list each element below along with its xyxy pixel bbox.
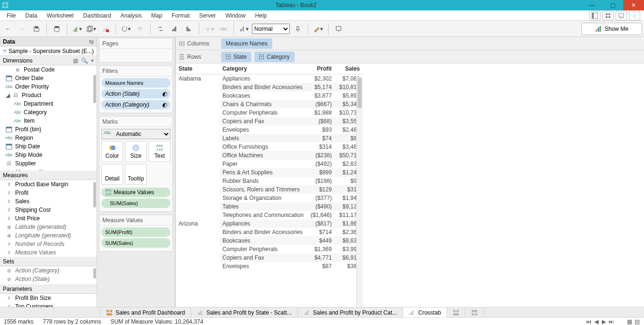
toggle-cards-icon[interactable] xyxy=(602,11,614,20)
table-row[interactable]: Scissors, Rulers and Trimmers$129$318 xyxy=(176,185,363,194)
new-sheet-icon[interactable]: ▾ xyxy=(71,23,83,35)
menu-help[interactable]: Help xyxy=(255,12,267,19)
dimension-item[interactable]: AbcItem xyxy=(0,117,97,125)
sort-desc-icon[interactable] xyxy=(183,23,195,35)
table-row[interactable]: Telephones and Communication($1,646)$11,… xyxy=(176,211,363,219)
nav-prev-icon[interactable]: ◀ xyxy=(593,318,599,325)
table-row[interactable]: Rubber Bands($198)$96 xyxy=(176,177,363,185)
dimension-item[interactable]: 品Supplier xyxy=(0,159,97,168)
table-row[interactable]: Envelopes$93$2,486 xyxy=(176,126,363,134)
menu-analysis[interactable]: Analysis xyxy=(121,12,142,19)
labels-icon[interactable]: Abc xyxy=(217,23,230,35)
menu-worksheet[interactable]: Worksheet xyxy=(47,12,74,19)
set-item[interactable]: ⊘Action (Category) xyxy=(0,266,97,275)
measure-item[interactable]: #Sales xyxy=(0,197,97,206)
mark-text-button[interactable]: Abc123Text xyxy=(149,141,170,162)
datasource-icon[interactable] xyxy=(51,23,63,35)
nav-last-icon[interactable]: ⏭ xyxy=(608,318,615,325)
table-row[interactable]: Binders and Binder Accessories$714$2,362 xyxy=(176,228,363,236)
col-header[interactable]: Profit xyxy=(306,63,335,74)
columns-pill[interactable]: Measure Names xyxy=(221,38,272,49)
menu-server[interactable]: Server xyxy=(199,12,216,19)
maximize-button[interactable]: ▢ xyxy=(602,0,623,10)
table-row[interactable]: Computer Peripherals$1,988$10,732 xyxy=(176,108,363,117)
filter-pill[interactable]: Action (State)◐ xyxy=(101,89,170,99)
sheet-tab[interactable]: Sales and Profit by State - Scatt... xyxy=(191,307,298,317)
measure-item[interactable]: #Measure Values xyxy=(0,248,97,257)
mv-pill[interactable]: SUM(Sales) xyxy=(101,238,170,248)
measure-item[interactable]: #Unit Price xyxy=(0,214,97,223)
measure-item[interactable]: #Number of Records xyxy=(0,240,97,248)
rows-pill[interactable]: +Category xyxy=(254,52,295,62)
menu-format[interactable]: Format xyxy=(172,12,190,19)
duplicate-sheet-icon[interactable]: ▾ xyxy=(85,23,98,35)
table-row[interactable]: Office Furnishings$314$3,461 xyxy=(176,143,363,151)
menu-data[interactable]: Data xyxy=(25,12,37,19)
mark-size-button[interactable]: Size xyxy=(125,141,147,162)
table-row[interactable]: Office Machines($238)$50,714 xyxy=(176,151,363,160)
clear-sheet-icon[interactable] xyxy=(99,23,112,35)
vertical-scrollbar[interactable] xyxy=(356,77,363,307)
presentation-icon[interactable] xyxy=(332,23,345,35)
dimension-item[interactable]: AbcDepartment xyxy=(0,99,97,108)
run-icon[interactable]: ⟳ xyxy=(134,23,146,35)
mark-detail-button[interactable]: Detail xyxy=(101,164,123,185)
dimension-item[interactable]: AbcShip Mode xyxy=(0,151,97,159)
marks-pill[interactable]: SUM(Sales) xyxy=(101,199,170,208)
dimension-item[interactable]: AbcMeasure Names xyxy=(0,168,97,171)
dimension-item[interactable]: AbcCategory xyxy=(0,108,97,117)
dimension-item[interactable]: ◢品Product xyxy=(0,91,97,99)
sheet-tab[interactable]: Crosstab xyxy=(403,307,447,317)
rows-shelf[interactable]: Rows +State +Category xyxy=(176,50,644,63)
pages-shelf[interactable]: Pages xyxy=(99,38,173,63)
set-item[interactable]: ⊘Action (State) xyxy=(0,275,97,283)
rows-pill[interactable]: +State xyxy=(221,52,251,62)
table-row[interactable]: Paper($492)$2,632 xyxy=(176,160,363,168)
col-header[interactable]: Sales xyxy=(335,63,363,74)
filter-pill[interactable]: Measure Names xyxy=(101,78,170,88)
dimension-item[interactable]: AbcOrder Priority xyxy=(0,82,97,91)
dimension-item[interactable]: ⊕Postal Code xyxy=(0,65,97,74)
table-row[interactable]: Bookcases$3,877$5,892 xyxy=(176,91,363,100)
table-row[interactable]: Tables($490)$9,129 xyxy=(176,202,363,211)
table-row[interactable]: Chairs & Chairmats($667)$5,347 xyxy=(176,100,363,108)
pin-icon[interactable] xyxy=(292,23,304,35)
filmstrip-icon[interactable]: ▤ xyxy=(634,318,640,325)
presentation-mode-icon[interactable] xyxy=(616,11,627,20)
new-dashboard-button[interactable] xyxy=(447,307,465,317)
dimension-item[interactable]: Ship Date xyxy=(0,142,97,151)
back-icon[interactable]: ← xyxy=(2,23,14,35)
home-icon[interactable]: ⌂ xyxy=(629,11,640,20)
filter-pill[interactable]: Action (Category)◐ xyxy=(101,100,170,109)
measure-item[interactable]: ⊕Latitude (generated) xyxy=(0,223,97,231)
columns-shelf[interactable]: Columns Measure Names xyxy=(176,37,644,50)
menu-window[interactable]: Window xyxy=(225,12,246,19)
measure-item[interactable]: #Profit xyxy=(0,189,97,197)
table-row[interactable]: Copiers and Fax$4,771$6,914 xyxy=(176,253,363,262)
menu-dashboard[interactable]: Dashboard xyxy=(83,12,111,19)
table-row[interactable]: Copiers and Fax($68)$3,550 xyxy=(176,117,363,126)
param-item[interactable]: #Top Customers xyxy=(0,302,97,307)
close-button[interactable]: ✕ xyxy=(623,0,644,10)
measure-item[interactable]: #Product Base Margin xyxy=(0,180,97,189)
mark-type-select[interactable]: Automatic xyxy=(101,129,170,139)
tabs-view-icon[interactable]: ▦ xyxy=(626,318,633,325)
nav-first-icon[interactable]: ⏮ xyxy=(585,318,592,325)
measure-item[interactable]: #Shipping Cost xyxy=(0,206,97,214)
table-row[interactable]: Computer Peripherals$1,369$3,993 xyxy=(176,245,363,253)
mark-tooltip-button[interactable]: Tooltip xyxy=(125,164,147,185)
group-icon[interactable]: ▾ xyxy=(203,23,215,35)
mark-color-button[interactable]: Color xyxy=(101,141,123,162)
save-icon[interactable] xyxy=(30,23,43,35)
toggle-sidebar-icon[interactable] xyxy=(589,11,600,20)
show-me-button[interactable]: Show Me xyxy=(581,23,642,35)
table-row[interactable]: Pens & Art Supplies$999$1,247 xyxy=(176,168,363,177)
filters-shelf[interactable]: Filters Measure Names Action (State)◐ Ac… xyxy=(99,65,173,113)
dimension-item[interactable]: Order Date xyxy=(0,74,97,82)
param-item[interactable]: #Profit Bin Size xyxy=(0,294,97,302)
col-header[interactable]: Category xyxy=(220,63,306,74)
new-story-button[interactable] xyxy=(465,307,484,317)
marks-pill[interactable]: Abc123Measure Values xyxy=(101,188,170,197)
autoupdate-icon[interactable]: ▾ xyxy=(120,23,132,35)
menu-map[interactable]: Map xyxy=(151,12,162,19)
